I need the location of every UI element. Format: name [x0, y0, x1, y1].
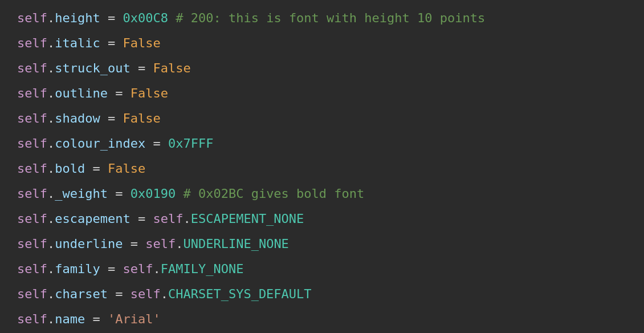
self-keyword-token: self	[17, 262, 47, 276]
attr-token: _weight	[55, 186, 108, 201]
dot-token: .	[47, 136, 55, 151]
line-bold: self.bold = False	[17, 156, 627, 181]
dot-token: .	[47, 86, 55, 100]
attr-token: height	[55, 11, 100, 25]
line-name: self.name = 'Arial'	[17, 307, 627, 332]
plain-token: =	[85, 161, 108, 176]
plain-token: =	[100, 36, 123, 50]
attr-token: escapement	[55, 212, 130, 226]
code-editor: self.height = 0x00C8 # 200: this is font…	[17, 6, 627, 332]
attr-token: family	[55, 262, 100, 276]
line-weight: self._weight = 0x0190 # 0x02BC gives bol…	[17, 181, 627, 206]
plain-token: =	[85, 312, 108, 326]
self-keyword-token: self	[17, 36, 47, 50]
comment-token: # 0x02BC gives bold font	[176, 186, 364, 201]
self-ref-token: self	[123, 262, 153, 276]
line-height: self.height = 0x00C8 # 200: this is font…	[17, 6, 627, 31]
plain-token: =	[131, 212, 153, 226]
self-keyword-token: self	[17, 61, 47, 75]
hex-val-token: 0x7FFF	[168, 136, 213, 151]
false-val-token: False	[108, 161, 145, 176]
self-keyword-token: self	[17, 161, 47, 176]
self-keyword-token: self	[17, 11, 47, 25]
line-italic: self.italic = False	[17, 31, 627, 56]
self-keyword-token: self	[17, 212, 47, 226]
line-charset: self.charset = self.CHARSET_SYS_DEFAULT	[17, 282, 627, 307]
attr-token: italic	[55, 36, 100, 50]
const-val-token: CHARSET_SYS_DEFAULT	[168, 287, 312, 301]
dot-token: .	[47, 111, 55, 125]
self-ref-token: self	[131, 287, 161, 301]
false-val-token: False	[131, 86, 168, 100]
dot-token: .	[47, 287, 55, 301]
attr-token: charset	[55, 287, 108, 301]
attr-token: colour_index	[55, 136, 145, 151]
dot-token: .	[47, 262, 55, 276]
false-val-token: False	[123, 111, 160, 125]
attr-token: struck_out	[55, 61, 130, 75]
hex-val-token: 0x0190	[131, 186, 176, 201]
string-val-token: 'Arial'	[108, 312, 161, 326]
comment-token: # 200: this is font with height 10 point…	[168, 11, 485, 25]
self-ref-token: self	[153, 212, 183, 226]
attr-token: bold	[55, 161, 85, 176]
const-val-token: UNDERLINE_NONE	[183, 237, 288, 251]
line-family: self.family = self.FAMILY_NONE	[17, 257, 627, 282]
const-val-token: ESCAPEMENT_NONE	[191, 212, 304, 226]
dot-token: .	[176, 237, 183, 251]
self-keyword-token: self	[17, 237, 47, 251]
attr-token: name	[55, 312, 85, 326]
plain-token: =	[100, 111, 123, 125]
self-keyword-token: self	[17, 111, 47, 125]
self-keyword-token: self	[17, 287, 47, 301]
line-shadow: self.shadow = False	[17, 106, 627, 131]
line-escapement: self.escapement = self.ESCAPEMENT_NONE	[17, 206, 627, 232]
plain-token: =	[100, 262, 123, 276]
attr-token: shadow	[55, 111, 100, 125]
line-underline: self.underline = self.UNDERLINE_NONE	[17, 232, 627, 257]
dot-token: .	[47, 186, 55, 201]
hex-val-token: 0x00C8	[123, 11, 168, 25]
plain-token: =	[108, 287, 131, 301]
plain-token: =	[100, 11, 123, 25]
plain-token: =	[131, 61, 153, 75]
dot-token: .	[47, 161, 55, 176]
attr-token: outline	[55, 86, 108, 100]
self-keyword-token: self	[17, 136, 47, 151]
dot-token: .	[161, 287, 168, 301]
line-colour-index: self.colour_index = 0x7FFF	[17, 131, 627, 156]
self-keyword-token: self	[17, 186, 47, 201]
dot-token: .	[47, 312, 55, 326]
attr-token: underline	[55, 237, 123, 251]
plain-token: =	[108, 186, 131, 201]
dot-token: .	[47, 61, 55, 75]
self-ref-token: self	[145, 237, 176, 251]
line-struck-out: self.struck_out = False	[17, 56, 627, 81]
false-val-token: False	[123, 36, 160, 50]
dot-token: .	[47, 36, 55, 50]
self-keyword-token: self	[17, 312, 47, 326]
false-val-token: False	[153, 61, 190, 75]
plain-token: =	[123, 237, 145, 251]
dot-token: .	[47, 11, 55, 25]
dot-token: .	[47, 212, 55, 226]
dot-token: .	[153, 262, 160, 276]
dot-token: .	[183, 212, 190, 226]
dot-token: .	[47, 237, 55, 251]
plain-token: =	[145, 136, 168, 151]
line-outline: self.outline = False	[17, 81, 627, 106]
self-keyword-token: self	[17, 86, 47, 100]
const-val-token: FAMILY_NONE	[161, 262, 244, 276]
plain-token: =	[108, 86, 131, 100]
